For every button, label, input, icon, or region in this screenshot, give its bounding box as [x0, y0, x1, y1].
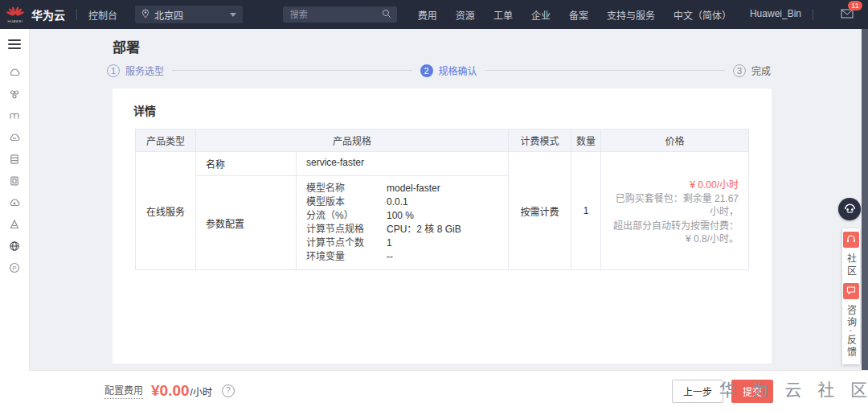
menu-item-billing[interactable]: 费用 — [418, 8, 437, 22]
menu-item-language[interactable]: 中文（简体） — [674, 8, 731, 22]
product-type-cell: 在线服务 — [136, 152, 196, 269]
detail-heading: 详情 — [113, 88, 772, 129]
param-config-label: 参数配置 — [196, 176, 297, 269]
topbar-divider-2 — [813, 9, 813, 20]
header-product-type: 产品类型 — [136, 129, 196, 151]
header-price: 价格 — [601, 129, 748, 151]
search-input[interactable] — [289, 9, 382, 20]
step-connector — [485, 70, 725, 71]
huawei-logo-text: HUAWEI — [8, 20, 23, 23]
ai-cloud-icon[interactable] — [8, 65, 22, 79]
feedback-button[interactable] — [843, 283, 859, 299]
step-service-selection: 1 服务选型 — [107, 64, 164, 77]
menu-item-support[interactable]: 支持与服务 — [607, 8, 655, 22]
step-2-circle: 2 — [420, 64, 433, 77]
price-note-line2: 超出部分自动转为按需付费：¥ 0.8/小时。 — [611, 220, 739, 245]
headset-icon — [846, 232, 856, 247]
message-count-badge: 11 — [848, 1, 862, 10]
step-1-label: 服务选型 — [125, 64, 164, 77]
service-name-value: service-faster — [297, 152, 508, 176]
submit-button[interactable]: 提交 — [731, 380, 773, 403]
config-cost-value: ¥0.00 — [151, 382, 190, 400]
huawei-logo[interactable]: HUAWEI — [6, 6, 24, 23]
robot-icon — [843, 201, 857, 218]
footer-bar: 配置费用 ¥0.00 /小时 ? 上一步 提交 — [29, 370, 868, 411]
header-quantity: 数量 — [571, 129, 601, 151]
product-spec-cell: 名称 service-faster 参数配置 模型名称 model-faster… — [196, 152, 509, 269]
help-icon[interactable]: ? — [222, 384, 235, 397]
detail-card: 详情 产品类型 产品规格 计费模式 数量 价格 在线服务 名称 service-… — [113, 88, 772, 364]
table-row: 在线服务 名称 service-faster 参数配置 模型名称 model-f… — [136, 152, 748, 269]
menu-item-icp[interactable]: 备案 — [569, 8, 588, 22]
footer-buttons: 上一步 提交 — [672, 380, 773, 403]
param-env-vars: 环境变量 -- — [306, 250, 498, 264]
param-model-version: 模型版本 0.0.1 — [306, 195, 498, 209]
param-list: 模型名称 model-faster 模型版本 0.0.1 分流（%） 100 % — [297, 176, 508, 269]
menu-item-account[interactable]: Huawei_Bin — [750, 8, 801, 22]
brand-name[interactable]: 华为云 — [31, 6, 65, 23]
cloud-eye-icon[interactable] — [8, 195, 22, 209]
topbar: HUAWEI 华为云 控制台 北京四 费用 资源 工单 企业 备案 支持与服务 … — [0, 0, 868, 29]
menu-item-enterprise[interactable]: 企业 — [531, 8, 551, 22]
screen: HUAWEI 华为云 控制台 北京四 费用 资源 工单 企业 备案 支持与服务 … — [0, 0, 868, 411]
step-wizard: 1 服务选型 2 规格确认 3 完成 — [107, 64, 771, 77]
messages-button[interactable]: 11 — [841, 7, 854, 22]
price-note-line1: 已购买套餐包：剩余量 21.67 小时， — [611, 192, 739, 218]
parking-icon[interactable]: P — [8, 261, 22, 274]
lab-icon[interactable] — [8, 217, 22, 231]
step-1-circle: 1 — [107, 64, 120, 77]
billing-mode-cell: 按需计费 — [509, 152, 571, 269]
topbar-divider — [76, 9, 77, 20]
param-node-count: 计算节点个数 1 — [306, 236, 498, 250]
search-icon[interactable] — [382, 7, 391, 22]
topbar-menu: 费用 资源 工单 企业 备案 支持与服务 中文（简体） Huawei_Bin — [418, 8, 801, 22]
globe-icon[interactable] — [8, 239, 22, 253]
config-cost-label: 配置费用 — [104, 383, 143, 399]
step-spec-confirm: 2 规格确认 — [420, 64, 477, 77]
param-model-name: 模型名称 model-faster — [306, 182, 498, 195]
location-pin-icon — [141, 9, 149, 21]
region-selector[interactable]: 北京四 — [135, 6, 243, 23]
spec-table-header: 产品类型 产品规格 计费模式 数量 价格 — [136, 129, 748, 152]
header-billing-mode: 计费模式 — [509, 129, 571, 151]
region-value: 北京四 — [154, 8, 183, 22]
step-connector — [172, 70, 411, 71]
chevron-down-icon — [230, 13, 236, 17]
global-search[interactable] — [283, 6, 397, 23]
spec-table: 产品类型 产品规格 计费模式 数量 价格 在线服务 名称 service-fas… — [135, 129, 749, 270]
quantity-cell: 1 — [571, 152, 601, 269]
price-value: ¥ 0.00/小时 — [690, 177, 739, 191]
server-icon[interactable] — [8, 152, 22, 166]
service-name-label: 名称 — [196, 152, 297, 176]
assistant-robot-button[interactable] — [838, 198, 861, 220]
menu-item-tickets[interactable]: 工单 — [493, 8, 513, 22]
gateway-icon[interactable] — [8, 109, 22, 122]
side-tools-panel: 社区 咨询·反馈 — [842, 228, 860, 364]
container-icon[interactable] — [8, 174, 22, 187]
step-3-label: 完成 — [751, 64, 771, 77]
feedback-label[interactable]: 咨询·反馈 — [845, 305, 858, 359]
community-label[interactable]: 社区 — [845, 253, 858, 277]
header-product-spec: 产品规格 — [196, 129, 509, 151]
left-sidebar: P — [0, 29, 30, 411]
menu-icon[interactable] — [8, 37, 21, 51]
chat-bubble-icon — [846, 284, 856, 298]
config-cost-unit: /小时 — [190, 384, 212, 398]
previous-step-button[interactable]: 上一步 — [672, 380, 723, 403]
menu-item-resources[interactable]: 资源 — [456, 8, 475, 22]
huawei-flower-icon — [6, 6, 24, 19]
param-traffic-split: 分流（%） 100 % — [306, 209, 498, 223]
price-cell: ¥ 0.00/小时 已购买套餐包：剩余量 21.67 小时， 超出部分自动转为按… — [601, 152, 748, 269]
cloud-service-icon[interactable] — [8, 130, 22, 144]
scrollbar[interactable] — [862, 29, 868, 370]
cluster-icon[interactable] — [8, 87, 22, 101]
community-button[interactable] — [843, 232, 859, 248]
svg-text:P: P — [12, 264, 16, 271]
step-2-label: 规格确认 — [439, 64, 477, 77]
page-title: 部署 — [113, 36, 140, 56]
console-link[interactable]: 控制台 — [88, 8, 117, 22]
param-node-spec: 计算节点规格 CPU：2 核 8 GiB — [306, 223, 498, 236]
step-complete: 3 完成 — [733, 64, 771, 77]
step-3-circle: 3 — [733, 64, 746, 77]
